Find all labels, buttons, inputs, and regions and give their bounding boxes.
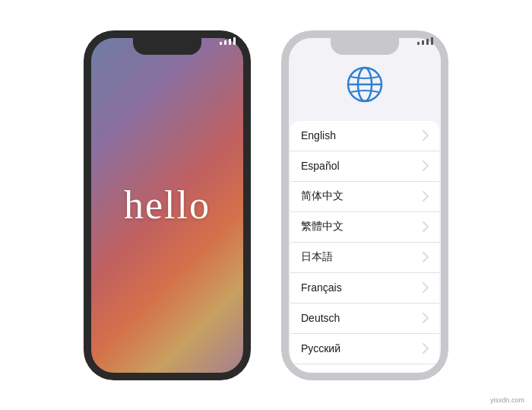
language-item[interactable]: 简体中文 [290, 182, 439, 212]
chevron-right-icon [423, 130, 429, 141]
hello-text: hello [124, 183, 211, 227]
chevron-right-icon [423, 252, 429, 262]
language-screen: EnglishEspañol简体中文繁體中文日本語FrançaisDeutsch… [281, 30, 448, 380]
hello-background: hello [84, 30, 251, 380]
chevron-right-icon [423, 191, 429, 202]
chevron-right-icon [423, 343, 429, 354]
language-item[interactable]: 日本語 [290, 243, 439, 273]
language-name: 日本語 [301, 250, 333, 264]
language-item[interactable]: 繁體中文 [290, 212, 439, 243]
language-item[interactable]: English [290, 121, 439, 151]
language-item[interactable]: Español [290, 151, 439, 182]
left-phone: hello [84, 30, 251, 380]
globe-icon [345, 65, 385, 104]
hello-screen: hello [84, 30, 251, 380]
language-name: Deutsch [301, 312, 340, 324]
globe-icon-container [345, 65, 385, 107]
signal-bars-left [220, 37, 236, 45]
chevron-right-icon [423, 313, 429, 323]
signal-bar-r2 [422, 40, 424, 45]
language-name: Русский [301, 342, 340, 354]
right-phone: EnglishEspañol简体中文繁體中文日本語FrançaisDeutsch… [281, 30, 448, 380]
language-item[interactable]: Deutsch [290, 304, 439, 334]
signal-bar-1 [220, 42, 222, 45]
language-name: Português [301, 373, 350, 380]
watermark: yisxdn.com [490, 396, 524, 404]
signal-bar-r4 [431, 37, 433, 45]
language-name: 繁體中文 [301, 220, 344, 234]
language-name: English [301, 129, 336, 141]
language-name: Español [301, 160, 340, 172]
signal-bar-4 [233, 37, 236, 45]
signal-bar-2 [224, 40, 226, 45]
language-screen-content: EnglishEspañol简体中文繁體中文日本語FrançaisDeutsch… [281, 30, 448, 380]
signal-bar-3 [229, 39, 231, 45]
language-list: EnglishEspañol简体中文繁體中文日本語FrançaisDeutsch… [290, 121, 439, 380]
status-bar-right [296, 35, 433, 47]
language-item[interactable]: Русский [290, 334, 439, 364]
chevron-right-icon [423, 221, 429, 232]
language-name: Français [301, 281, 342, 294]
signal-bar-r1 [417, 42, 420, 45]
chevron-right-icon [423, 374, 429, 380]
phones-container: hello [84, 30, 448, 380]
signal-bar-r3 [426, 39, 429, 45]
chevron-right-icon [423, 282, 429, 293]
chevron-right-icon [423, 161, 429, 171]
signal-bars-right [417, 37, 433, 45]
status-bar-left [99, 35, 236, 47]
language-name: 简体中文 [301, 189, 344, 203]
language-item[interactable]: Português [290, 364, 439, 380]
language-item[interactable]: Français [290, 273, 439, 304]
